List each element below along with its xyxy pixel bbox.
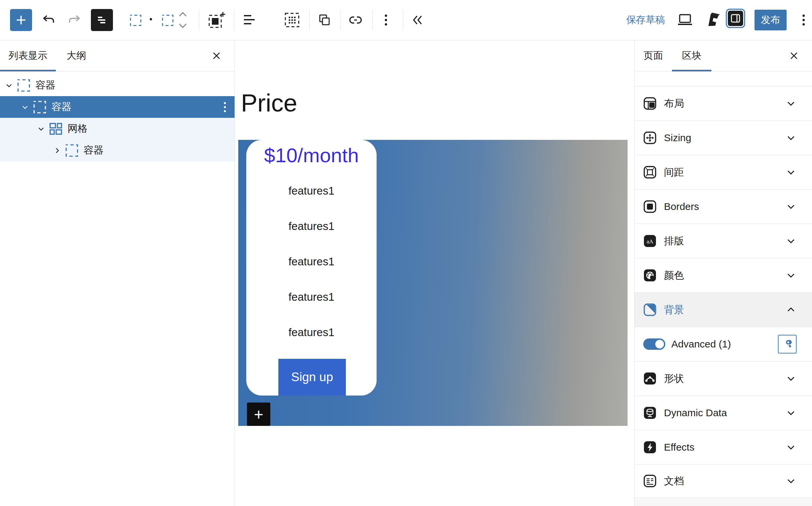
document-icon — [643, 474, 657, 488]
inspector-header: 页面 区块 — [634, 40, 812, 71]
container-block-banner[interactable]: $10/month features1features1features1fea… — [238, 140, 627, 426]
container-block-icon — [16, 78, 31, 93]
alignment-button[interactable] — [243, 14, 256, 26]
select-parent-button[interactable] — [129, 14, 142, 27]
inspector-section-layout[interactable]: 布局 — [634, 86, 812, 121]
dashed-block-icon — [129, 14, 142, 27]
inspector-section-typography[interactable]: aA排版 — [634, 224, 812, 258]
tab-block[interactable]: 区块 — [672, 40, 712, 71]
chevron-down-icon — [785, 442, 797, 453]
feature-text[interactable]: features1 — [246, 325, 377, 340]
chevron-down-icon — [785, 201, 797, 212]
tab-outline[interactable]: 大纲 — [56, 40, 97, 71]
inspector-section-shapes[interactable]: 形状 — [634, 361, 812, 396]
dotted-grid-icon — [284, 12, 300, 28]
inspector-section-effects[interactable]: Effects — [634, 430, 812, 465]
advanced-background-row: Advanced (1) — [634, 327, 812, 361]
layout-icon — [643, 97, 657, 110]
list-view-item-container[interactable]: 容器 — [0, 74, 234, 96]
chevron-up-icon — [178, 10, 188, 19]
borders-icon — [643, 200, 657, 213]
typography-icon: aA — [643, 234, 657, 248]
toolbar-divider — [340, 10, 340, 30]
duplicate-button[interactable] — [317, 13, 332, 27]
collapse-toolbar-button[interactable] — [410, 13, 425, 27]
chevron-down-icon — [785, 235, 797, 247]
inspector-section-sizing[interactable]: Sizing — [634, 121, 812, 155]
inspector-section-colors[interactable]: 颜色 — [634, 258, 812, 293]
sizing-icon — [643, 131, 657, 145]
inspector-section-background[interactable]: 背景 — [634, 293, 812, 327]
tab-page[interactable]: 页面 — [634, 40, 672, 71]
close-list-view-button[interactable] — [207, 40, 226, 71]
settings-sidebar-toggle[interactable] — [726, 9, 745, 28]
pricing-card-block[interactable]: $10/month features1features1features1fea… — [246, 140, 377, 396]
chevron-right-icon[interactable] — [53, 146, 62, 155]
save-draft-button[interactable]: 保存草稿 — [626, 0, 665, 40]
tab-list-view[interactable]: 列表显示 — [0, 40, 56, 71]
generateblocks-logo-icon — [705, 12, 721, 28]
grid-visualizer-button[interactable] — [284, 12, 300, 28]
colors-icon — [643, 269, 657, 282]
list-view-item-container[interactable]: 容器 — [0, 96, 234, 118]
feature-text[interactable]: features1 — [246, 184, 377, 198]
block-appender-button[interactable]: + — [247, 403, 270, 426]
sidebar-icon — [729, 12, 742, 25]
price-text[interactable]: $10/month — [246, 144, 377, 167]
heading-block[interactable]: Price — [241, 89, 297, 117]
chevron-down-icon[interactable] — [5, 81, 13, 90]
advanced-settings-button[interactable] — [778, 335, 797, 353]
shapes-icon — [643, 372, 657, 385]
move-block-buttons[interactable] — [178, 10, 188, 30]
options-button[interactable] — [382, 13, 390, 27]
toolbar-divider — [234, 10, 234, 30]
redo-icon — [67, 13, 81, 27]
inspector-section-document[interactable]: 文档 — [634, 465, 812, 498]
settings-sidebar: 页面 区块 布局Sizing间距BordersaA排版颜色背景Advanced … — [634, 40, 812, 506]
list-view-item-container[interactable]: 容器 — [0, 140, 234, 161]
inspector-partial-row — [634, 498, 812, 506]
close-icon — [789, 51, 799, 61]
add-block-button[interactable] — [207, 11, 226, 29]
feature-text[interactable]: features1 — [246, 290, 377, 305]
preview-button[interactable] — [677, 13, 693, 27]
more-options-button[interactable] — [799, 13, 808, 27]
toolbar-divider — [403, 10, 403, 30]
undo-icon — [42, 13, 56, 27]
svg-text:aA: aA — [647, 238, 654, 245]
list-view-button[interactable] — [91, 9, 113, 31]
block-inserter-button[interactable] — [10, 9, 32, 31]
redo-button[interactable] — [67, 13, 81, 27]
chevron-down-icon — [785, 373, 797, 384]
signup-button[interactable]: Sign up — [278, 359, 346, 396]
link-button[interactable] — [348, 13, 363, 27]
publish-button[interactable]: 发布 — [754, 10, 787, 30]
select-block-button[interactable] — [161, 14, 175, 27]
inspector-section-borders[interactable]: Borders — [634, 190, 812, 224]
inspector-section-dynamic-data[interactable]: Dynamic Data — [634, 396, 812, 430]
feature-text[interactable]: features1 — [246, 254, 377, 269]
laptop-icon — [677, 13, 693, 27]
ellipsis-vertical-icon — [382, 13, 390, 27]
close-sidebar-button[interactable] — [785, 40, 803, 71]
chevron-down-icon[interactable] — [37, 124, 46, 133]
effects-icon — [643, 441, 657, 454]
chevron-down-icon — [785, 407, 797, 419]
container-block-icon — [65, 143, 79, 158]
ellipsis-vertical-icon — [799, 13, 808, 27]
advanced-toggle[interactable] — [643, 338, 665, 350]
toolbar-divider — [199, 10, 199, 30]
inspector-section-spacing[interactable]: 间距 — [634, 155, 812, 190]
toolbar-divider — [372, 10, 373, 30]
block-tree: 容器容器网格容器 — [0, 71, 234, 161]
feature-text[interactable]: features1 — [246, 219, 377, 234]
generateblocks-logo-button[interactable] — [705, 12, 721, 28]
options-menu-icon[interactable] — [221, 96, 228, 118]
undo-button[interactable] — [42, 13, 56, 27]
dashed-block-icon — [161, 14, 175, 27]
list-view-item-grid[interactable]: 网格 — [0, 118, 234, 140]
chevron-down-icon — [785, 270, 797, 281]
chevron-down-icon[interactable] — [21, 103, 29, 111]
spacing-icon — [643, 166, 657, 179]
editor-canvas: Price $10/month features1features1featur… — [235, 40, 634, 506]
